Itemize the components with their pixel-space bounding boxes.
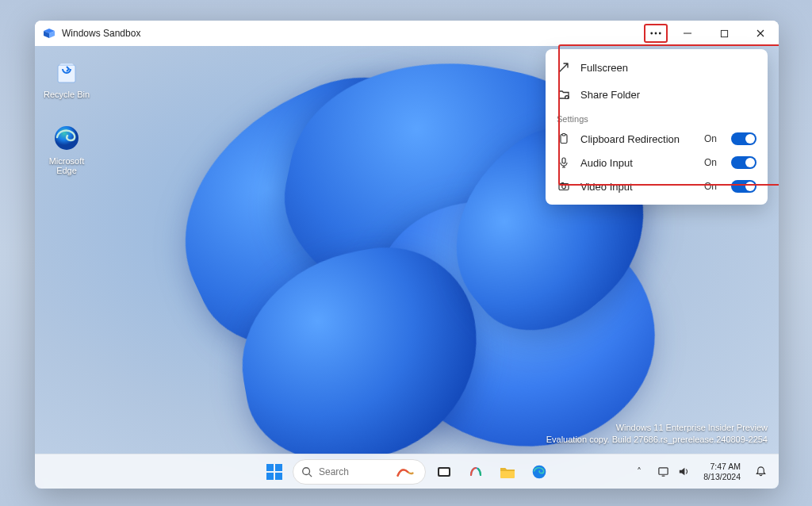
setting-video-input: Video Input On xyxy=(546,174,768,198)
menu-item-share-folder[interactable]: Share Folder xyxy=(546,81,768,108)
svg-point-0 xyxy=(650,33,653,35)
svg-rect-6 xyxy=(266,464,274,471)
setting-label: Video Input xyxy=(580,181,695,193)
expand-icon xyxy=(557,60,571,75)
taskbar-right: ˄ 7:47 AM 8/13/2024 xyxy=(630,458,772,485)
taskbar-center xyxy=(261,458,553,485)
taskbar-search[interactable] xyxy=(293,459,426,485)
task-view-button[interactable] xyxy=(431,458,458,485)
menu-item-fullscreen[interactable]: Fullscreen xyxy=(546,54,768,81)
window-controls xyxy=(669,21,779,46)
maximize-button[interactable] xyxy=(706,21,742,46)
chevron-up-icon: ˄ xyxy=(637,466,642,477)
window-title: Windows Sandbox xyxy=(62,28,644,39)
toggle-audio[interactable] xyxy=(731,156,756,169)
clock-time: 7:47 AM xyxy=(703,462,741,471)
svg-point-1 xyxy=(655,33,657,35)
desktop-icon-recycle-bin[interactable]: Recycle Bin xyxy=(38,56,95,99)
menu-item-label: Fullscreen xyxy=(580,62,628,74)
copilot-button[interactable] xyxy=(462,458,489,485)
desktop-icon-label: Microsoft Edge xyxy=(49,156,85,175)
titlebar: Windows Sandbox xyxy=(35,21,779,46)
volume-icon xyxy=(677,466,689,477)
svg-rect-17 xyxy=(562,134,565,136)
svg-point-2 xyxy=(659,33,661,35)
microphone-icon xyxy=(557,155,571,170)
taskbar: ˄ 7:47 AM 8/13/2024 xyxy=(35,454,779,489)
svg-rect-12 xyxy=(439,469,449,475)
setting-state: On xyxy=(704,133,717,144)
watermark-line: Evaluation copy. Build 27686.rs_prerelea… xyxy=(546,434,768,446)
svg-rect-14 xyxy=(659,468,668,474)
toggle-video[interactable] xyxy=(731,180,756,193)
menu-item-label: Share Folder xyxy=(580,89,640,101)
evaluation-watermark: Windows 11 Enterprise Insider Preview Ev… xyxy=(546,422,768,446)
start-button[interactable] xyxy=(261,458,288,485)
menu-section-settings: Settings xyxy=(546,108,768,127)
clock-date: 8/13/2024 xyxy=(703,472,741,481)
search-input[interactable] xyxy=(319,466,390,477)
setting-audio-input: Audio Input On xyxy=(546,151,768,174)
camera-icon xyxy=(557,179,571,194)
setting-label: Clipboard Redirection xyxy=(580,133,695,145)
sandbox-app-icon xyxy=(43,27,56,40)
system-tray[interactable] xyxy=(651,458,695,485)
notifications-button[interactable] xyxy=(749,458,772,485)
svg-rect-9 xyxy=(275,473,282,480)
taskbar-clock[interactable]: 7:47 AM 8/13/2024 xyxy=(699,462,745,481)
setting-label: Audio Input xyxy=(580,157,695,169)
close-button[interactable] xyxy=(742,21,779,46)
network-icon xyxy=(657,466,669,477)
edge-icon xyxy=(51,122,82,154)
more-options-menu: Fullscreen Share Folder Settings Clipboa… xyxy=(546,49,768,205)
svg-rect-7 xyxy=(275,464,282,471)
edge-taskbar-button[interactable] xyxy=(526,458,553,485)
svg-point-20 xyxy=(562,185,566,189)
desktop-icon-label: Recycle Bin xyxy=(44,90,90,99)
svg-rect-18 xyxy=(562,158,565,163)
svg-rect-3 xyxy=(721,30,727,36)
setting-state: On xyxy=(704,181,717,192)
svg-point-10 xyxy=(303,467,310,474)
search-icon xyxy=(301,466,312,477)
search-highlight-icon xyxy=(396,466,414,478)
sandbox-window: Windows Sandbox Recycle Bin Microsoft Ed… xyxy=(35,21,779,489)
more-options-button[interactable] xyxy=(644,24,668,43)
setting-clipboard-redirection: Clipboard Redirection On xyxy=(546,127,768,151)
toggle-clipboard[interactable] xyxy=(731,132,756,145)
desktop-icon-edge[interactable]: Microsoft Edge xyxy=(38,122,95,175)
folder-share-icon xyxy=(557,87,571,102)
watermark-line: Windows 11 Enterprise Insider Preview xyxy=(546,422,768,434)
minimize-button[interactable] xyxy=(669,21,706,46)
recycle-bin-icon xyxy=(51,56,82,87)
setting-state: On xyxy=(704,157,717,168)
clipboard-icon xyxy=(557,132,571,146)
svg-rect-21 xyxy=(561,182,564,184)
file-explorer-button[interactable] xyxy=(494,458,521,485)
svg-rect-8 xyxy=(266,473,274,480)
tray-overflow[interactable]: ˄ xyxy=(630,458,648,485)
